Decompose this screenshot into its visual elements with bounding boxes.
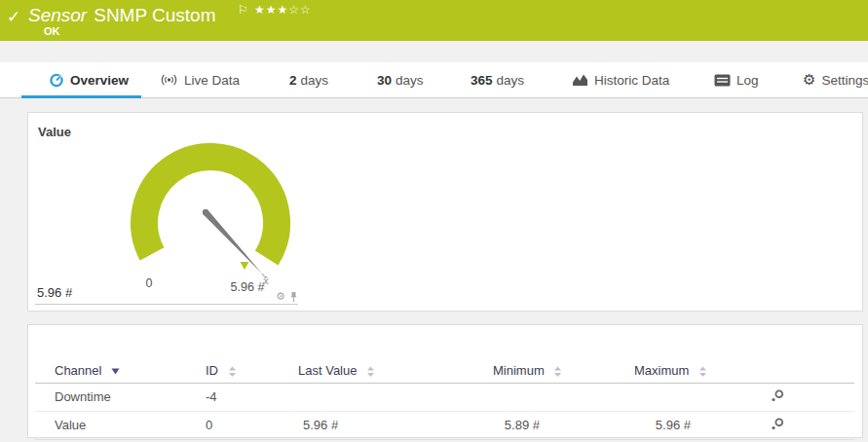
- tab-label: Settings: [821, 73, 868, 88]
- gauge-settings-gear-icon[interactable]: ⚙: [276, 290, 285, 303]
- current-value-marker-icon: [241, 262, 249, 270]
- sort-icon: [366, 366, 375, 378]
- tab-number: 30: [377, 73, 392, 88]
- tab-bar: Overview Live Data 2 days 30 days: [0, 62, 868, 98]
- gauge-needle: [204, 210, 262, 274]
- tab-settings[interactable]: ⚙ Settings: [803, 62, 868, 97]
- tab-log[interactable]: Log: [714, 62, 759, 97]
- broadcast-icon: [160, 73, 178, 87]
- column-label: Channel: [55, 363, 101, 378]
- sensor-overview-page: ✓ SensorSNMP Custom ⚐ ★★★☆☆ OK Overview: [0, 0, 868, 442]
- tab-2-days[interactable]: 2 days: [289, 62, 328, 97]
- table-row-downtime: Downtime -4: [35, 383, 854, 411]
- tab-365-days[interactable]: 365 days: [471, 62, 524, 97]
- sensor-title-prefix: Sensor: [28, 5, 87, 25]
- tab-label: Log: [736, 73, 759, 88]
- channels-table: Channel ID Last Value: [35, 359, 854, 440]
- sort-icon: [228, 366, 237, 378]
- tab-label: Live Data: [184, 73, 240, 88]
- minimum-cell: [493, 383, 556, 411]
- channel-settings-gear-icon[interactable]: [772, 418, 784, 430]
- channel-actions-cell: [707, 411, 854, 439]
- sensor-status-header: ✓ SensorSNMP Custom ⚐ ★★★☆☆ OK: [0, 0, 868, 41]
- channel-id-cell: -4: [201, 383, 293, 411]
- gauge-footer-divider: [35, 304, 298, 305]
- column-header-maximum[interactable]: Maximum: [556, 359, 707, 383]
- table-row-value: Value 0 5.96 # 5.89 # 5.96 #: [35, 411, 854, 439]
- column-header-actions: [707, 359, 854, 383]
- column-header-channel[interactable]: Channel: [35, 359, 201, 383]
- tab-label: days: [497, 73, 525, 88]
- last-value-cell: 5.96 #: [293, 411, 493, 439]
- column-header-minimum[interactable]: Minimum: [493, 359, 556, 383]
- tab-30-days[interactable]: 30 days: [377, 62, 424, 97]
- column-label: Last Value: [298, 363, 357, 378]
- maximum-cell: 5.96 #: [556, 411, 707, 439]
- sensor-title: SensorSNMP Custom: [28, 5, 216, 26]
- log-list-icon: [714, 74, 731, 87]
- gauge-current-value: 5.96 #: [37, 285, 72, 300]
- tab-number: 2: [289, 73, 297, 88]
- status-ok-check-icon: ✓: [7, 7, 20, 26]
- sort-icon: [553, 366, 562, 378]
- sort-icon: [698, 366, 707, 378]
- pin-icon[interactable]: [289, 291, 298, 303]
- tab-overview[interactable]: Overview: [49, 62, 129, 97]
- column-header-last-value[interactable]: Last Value: [293, 359, 493, 383]
- column-label: ID: [206, 363, 218, 378]
- status-badge: OK: [44, 25, 60, 37]
- column-label: Maximum: [634, 363, 689, 378]
- active-tab-underline: [21, 95, 141, 98]
- tab-label: Historic Data: [594, 73, 669, 88]
- column-header-id[interactable]: ID: [201, 359, 293, 383]
- channel-name-cell: Downtime: [35, 383, 201, 411]
- gauge-panel: Value x̄ 0 5.96 # 5.96 # ⚙: [27, 112, 863, 312]
- minimum-cell: 5.89 #: [493, 411, 556, 439]
- maximum-cell: [556, 383, 707, 411]
- tab-historic-data[interactable]: Historic Data: [572, 62, 669, 97]
- area-chart-icon: [572, 73, 588, 87]
- sort-desc-icon: [111, 368, 120, 375]
- gauge-title: Value: [38, 125, 71, 139]
- tab-label: days: [301, 73, 329, 88]
- channel-name-cell: Value: [35, 411, 201, 439]
- tab-live-data[interactable]: Live Data: [160, 62, 240, 97]
- gauge-icon: [49, 72, 64, 88]
- tab-number: 365: [471, 73, 493, 88]
- gear-icon: ⚙: [803, 71, 815, 89]
- table-header-row: Channel ID Last Value: [35, 359, 854, 383]
- channel-settings-gear-icon[interactable]: [772, 389, 784, 402]
- column-label: Minimum: [493, 363, 545, 378]
- sensor-title-name: SNMP Custom: [94, 5, 215, 25]
- last-value-cell: [293, 383, 493, 411]
- channel-actions-cell: [707, 383, 854, 411]
- tab-label: Overview: [70, 73, 129, 88]
- gauge-scale-max: 5.96 #: [213, 280, 282, 294]
- flag-icon[interactable]: ⚐: [238, 3, 248, 17]
- channel-id-cell: 0: [201, 411, 293, 439]
- gauge-arc: [144, 157, 277, 258]
- tab-label: days: [396, 73, 424, 88]
- priority-stars[interactable]: ★★★☆☆: [254, 3, 312, 17]
- channels-panel: Channel ID Last Value: [27, 324, 863, 438]
- gauge-scale-min: 0: [130, 276, 169, 290]
- gauge-toolbar: ⚙: [276, 290, 298, 303]
